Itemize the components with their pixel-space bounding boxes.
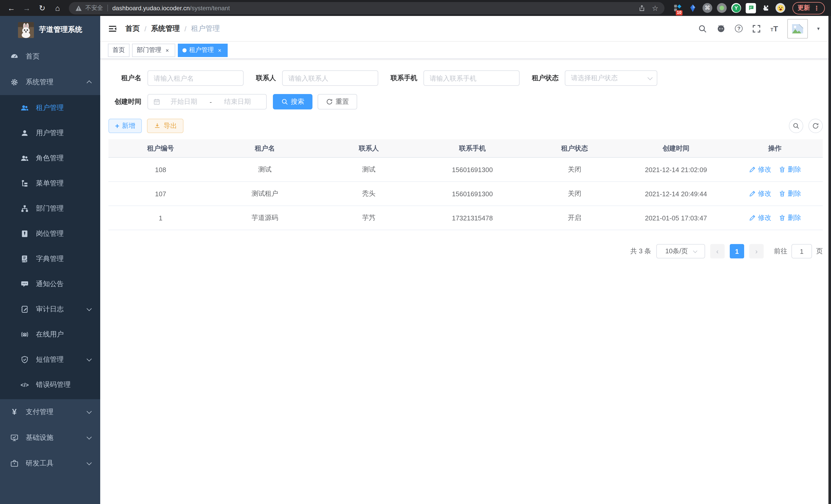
- toolbar: + 新增 导出: [109, 119, 823, 133]
- date-start-placeholder[interactable]: 开始日期: [160, 97, 208, 106]
- sidebar-item-label: 支付管理: [26, 407, 53, 417]
- tag-dept[interactable]: 部门管理 ×: [132, 43, 175, 57]
- sidebar-item-online-users[interactable]: 在线用户: [0, 322, 100, 347]
- sidebar-fold-icon[interactable]: [108, 24, 117, 33]
- extension-dot-icon[interactable]: [717, 3, 727, 13]
- contact-label: 联系人: [256, 73, 276, 83]
- security-label[interactable]: 不安全: [85, 4, 103, 12]
- current-page-button[interactable]: 1: [730, 244, 744, 259]
- extension-emoji-icon[interactable]: [775, 3, 785, 13]
- filter-contact: 联系人: [256, 70, 378, 86]
- reset-button[interactable]: 重置: [318, 94, 357, 110]
- chevron-down-icon: [693, 249, 697, 253]
- status-select-placeholder: 请选择租户状态: [571, 73, 618, 83]
- sidebar-item-infra[interactable]: 基础设施: [0, 425, 100, 451]
- delete-link[interactable]: 删除: [779, 165, 801, 174]
- sidebar-item-user[interactable]: 用户管理: [0, 120, 100, 145]
- edit-link[interactable]: 修改: [749, 213, 771, 223]
- add-button[interactable]: + 新增: [109, 119, 142, 133]
- edit-icon: [749, 214, 756, 221]
- sidebar-item-sms[interactable]: 短信管理: [0, 347, 100, 372]
- date-range-picker[interactable]: 开始日期 - 结束日期: [147, 94, 267, 110]
- delete-link[interactable]: 删除: [779, 189, 801, 198]
- cell-contact: 测试: [317, 165, 421, 174]
- avatar[interactable]: [787, 19, 808, 38]
- breadcrumb-parent[interactable]: 系统管理: [151, 24, 180, 33]
- extension-command-icon[interactable]: ⌘: [703, 3, 712, 13]
- pagination-total: 共 3 条: [630, 246, 651, 256]
- chevron-down-icon: [87, 306, 92, 311]
- sidebar-item-role[interactable]: 角色管理: [0, 145, 100, 171]
- sidebar-item-notice[interactable]: 通知公告: [0, 271, 100, 296]
- sidebar-logo[interactable]: 芋道管理系统: [0, 16, 100, 44]
- close-icon[interactable]: ×: [164, 47, 171, 53]
- next-page-button[interactable]: ›: [749, 244, 764, 259]
- edit-link[interactable]: 修改: [749, 189, 771, 198]
- extension-balloon-icon[interactable]: [688, 3, 698, 13]
- sidebar-item-error-code[interactable]: </> 错误码管理: [0, 372, 100, 397]
- cell-tenant-name: 测试租户: [213, 189, 317, 198]
- sidebar-item-tenant[interactable]: 租户管理: [0, 95, 100, 120]
- bookmark-star-icon[interactable]: ☆: [652, 2, 658, 14]
- delete-link[interactable]: 删除: [779, 213, 801, 223]
- tenant-table: 租户编号 租户名 联系人 联系手机 租户状态 创建时间 操作 108 测试 测试…: [109, 139, 823, 230]
- status-select[interactable]: 请选择租户状态: [565, 70, 657, 86]
- refresh-table-button[interactable]: [808, 119, 823, 133]
- fullscreen-icon[interactable]: [752, 24, 762, 33]
- sidebar-item-system[interactable]: 系统管理: [0, 69, 100, 95]
- date-end-placeholder[interactable]: 结束日期: [214, 97, 261, 106]
- forward-icon[interactable]: →: [21, 0, 33, 16]
- sidebar-item-devtools[interactable]: 研发工具: [0, 451, 100, 476]
- pagination: 共 3 条 10条/页 ‹ 1 › 前往 页: [109, 244, 823, 259]
- page-size-select[interactable]: 10条/页: [656, 244, 705, 259]
- edit-link[interactable]: 修改: [749, 165, 771, 174]
- github-icon[interactable]: [717, 24, 726, 33]
- share-icon[interactable]: [638, 4, 646, 11]
- plus-icon: +: [115, 122, 119, 129]
- sidebar-item-payment[interactable]: ¥ 支付管理: [0, 399, 100, 425]
- extensions-puzzle-icon[interactable]: [761, 3, 771, 13]
- sidebar-item-audit-log[interactable]: 审计日志: [0, 296, 100, 322]
- cell-created: 2021-12-14 21:02:09: [625, 166, 727, 173]
- cell-tenant-id: 108: [109, 166, 213, 173]
- date-separator: -: [208, 98, 214, 106]
- url-bar[interactable]: 不安全 dashboard.yudao.iocoder.cn/system/te…: [69, 2, 664, 14]
- home-icon[interactable]: ⌂: [51, 0, 64, 16]
- sidebar-item-post[interactable]: 岗位管理: [0, 221, 100, 246]
- sidebar-item-dict[interactable]: 字典管理: [0, 246, 100, 271]
- avatar-caret-icon[interactable]: ▾: [817, 26, 820, 31]
- goto-page-input[interactable]: [792, 244, 812, 259]
- show-search-button[interactable]: [789, 119, 803, 133]
- export-button[interactable]: 导出: [147, 119, 183, 133]
- contact-input[interactable]: [282, 70, 378, 86]
- tenant-name-input[interactable]: [147, 70, 243, 86]
- sidebar-item-home[interactable]: 首页: [0, 44, 100, 69]
- back-icon[interactable]: ←: [5, 0, 18, 16]
- filter-row-1: 租户名 联系人 联系手机 租户状态 请选择租户状态: [109, 70, 823, 86]
- prev-page-button[interactable]: ‹: [710, 244, 725, 259]
- help-icon[interactable]: ?: [735, 25, 743, 32]
- browser-update-button[interactable]: 更新 ⋮: [793, 2, 825, 14]
- search-button[interactable]: 搜索: [273, 94, 312, 110]
- close-icon[interactable]: ×: [217, 47, 223, 53]
- url-text[interactable]: dashboard.yudao.iocoder.cn/system/tenant: [112, 4, 230, 11]
- sidebar-item-dept[interactable]: 部门管理: [0, 196, 100, 221]
- mobile-input[interactable]: [424, 70, 520, 86]
- extension-y-icon[interactable]: Y: [731, 3, 741, 13]
- search-icon[interactable]: [698, 24, 708, 33]
- reload-icon[interactable]: ↻: [36, 0, 48, 16]
- window-edge: [828, 16, 831, 504]
- org-tree-icon: [21, 204, 29, 212]
- notice-chat-icon: [21, 280, 29, 288]
- column-header: 租户编号: [109, 144, 213, 153]
- breadcrumb-home[interactable]: 首页: [125, 24, 140, 33]
- extension-grid-icon[interactable]: 10: [673, 3, 683, 13]
- sidebar-item-label: 研发工具: [26, 459, 53, 468]
- browser-menu-icon[interactable]: ⋮: [813, 5, 820, 10]
- extension-chat-icon[interactable]: [746, 3, 756, 13]
- chevron-down-icon: [648, 75, 653, 80]
- tag-home[interactable]: 首页: [108, 43, 130, 57]
- sidebar-item-menu[interactable]: 菜单管理: [0, 171, 100, 196]
- font-size-icon[interactable]: TT: [771, 25, 778, 32]
- tag-tenant-active[interactable]: 租户管理 ×: [178, 43, 228, 57]
